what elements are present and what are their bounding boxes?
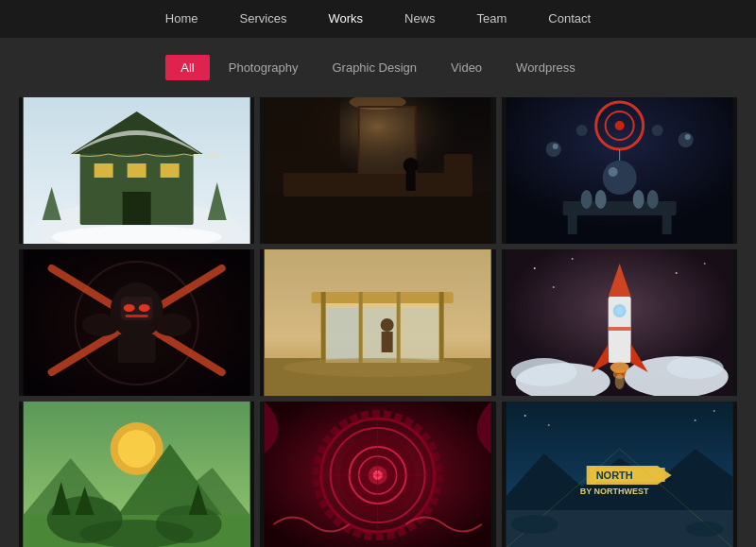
plus-icon-1: ⊕ [124,156,149,186]
filter-graphic-design[interactable]: Graphic Design [317,55,432,80]
gallery-grid: ⊕ [0,97,756,547]
plus-icon-7: ⊕ [124,460,149,490]
gallery-item-6[interactable]: ⊕ [502,249,737,396]
filter-wordpress[interactable]: Wordpress [501,55,591,80]
filter-bar: All Photography Graphic Design Video Wor… [0,38,756,97]
nav-works[interactable]: Works [307,0,384,38]
gallery-item-2[interactable]: ⊕ [260,97,495,244]
gallery-item-7[interactable]: ⊕ [19,402,254,547]
filter-video[interactable]: Video [436,55,497,80]
nav-services[interactable]: Services [219,0,308,38]
filter-photography[interactable]: Photography [214,55,314,80]
nav-contact[interactable]: Contact [527,0,611,38]
gallery-item-8[interactable]: ⊕ [260,402,495,547]
plus-icon-6: ⊕ [607,308,632,338]
plus-icon-4: ⊕ [124,308,149,338]
gallery-item-1[interactable]: ⊕ [19,97,254,244]
main-nav: Home Services Works News Team Contact [0,0,756,38]
plus-icon-5: ⊕ [365,308,390,338]
nav-home[interactable]: Home [145,0,219,38]
filter-all[interactable]: All [165,55,209,80]
plus-icon-8: ⊕ [365,460,390,490]
gallery-item-5[interactable]: ⊕ [260,249,495,396]
nav-news[interactable]: News [384,0,456,38]
gallery-item-4[interactable]: ⊕ [19,249,254,396]
plus-icon-3: ⊕ [607,156,632,186]
plus-icon-9: ⊕ [607,460,632,490]
gallery-item-3[interactable]: ⊕ [502,97,737,244]
gallery-item-9[interactable]: NORTH BY NORTHWEST ⊕ [502,402,737,547]
plus-icon-2: ⊕ [365,156,390,186]
nav-team[interactable]: Team [456,0,528,38]
